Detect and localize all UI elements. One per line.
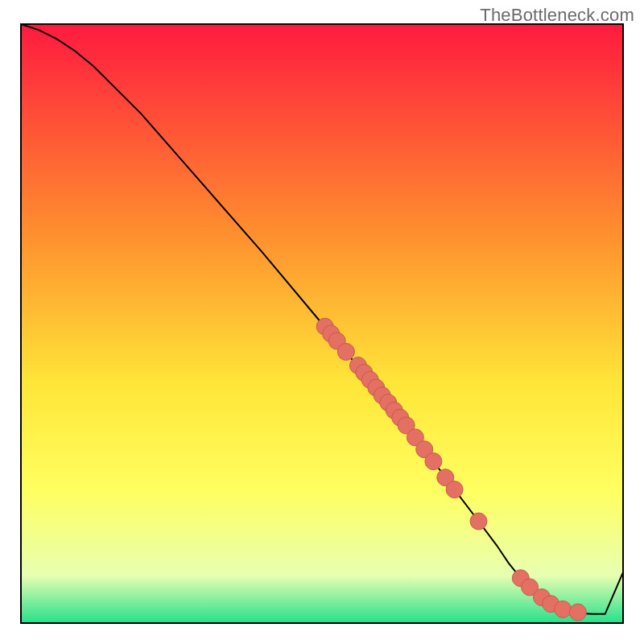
- data-dot: [555, 601, 572, 617]
- chart-stage: TheBottleneck.com: [0, 0, 644, 644]
- chart-svg: [0, 0, 644, 644]
- data-dot: [569, 604, 586, 621]
- data-dot: [446, 481, 463, 498]
- data-dot: [470, 513, 487, 530]
- data-dot: [337, 344, 354, 361]
- data-dot: [425, 453, 442, 470]
- plot-area: [21, 24, 623, 623]
